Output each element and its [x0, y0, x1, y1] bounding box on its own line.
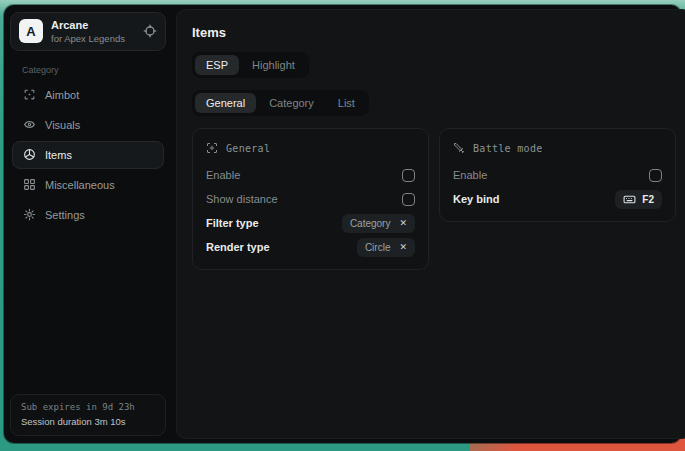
app-logo: A: [19, 19, 43, 43]
scan-crosshair-icon: [206, 142, 218, 154]
eye-icon: [23, 118, 36, 131]
sidebar: A Arcane for Apex Legends Category: [4, 5, 172, 443]
main-panel: Items ESP Highlight General Category Lis…: [176, 9, 685, 439]
sidebar-item-items[interactable]: Items: [12, 141, 164, 169]
clear-icon[interactable]: ✕: [399, 243, 407, 252]
panels-row: General Enable Show distance Filter type…: [192, 128, 676, 270]
general-panel: General Enable Show distance Filter type…: [192, 128, 429, 270]
grid-icon: [23, 178, 36, 191]
general-panel-header: General: [206, 140, 415, 156]
sword-icon: [453, 142, 465, 154]
setting-row-filter-type: Filter type Category ✕: [206, 212, 415, 234]
session-duration-text: Session duration 3m 10s: [21, 416, 155, 427]
setting-row-key-bind: Key bind F2: [453, 188, 662, 210]
subscription-card: Sub expires in 9d 23h Session duration 3…: [10, 394, 166, 436]
sidebar-item-settings[interactable]: Settings: [12, 201, 164, 229]
show-distance-checkbox[interactable]: [402, 193, 415, 206]
keybind-value: F2: [642, 194, 654, 205]
sphere-icon: [23, 148, 36, 161]
sidebar-item-label: Settings: [45, 209, 85, 221]
setting-row-render-type: Render type Circle ✕: [206, 236, 415, 258]
sidebar-spacer: [10, 231, 166, 394]
filter-type-select[interactable]: Category ✕: [342, 214, 415, 233]
select-value: Category: [350, 218, 391, 229]
panel-title: General: [226, 143, 270, 154]
tab-list[interactable]: List: [327, 93, 366, 113]
app-window: A Arcane for Apex Legends Category: [4, 5, 681, 443]
setting-label: Key bind: [453, 193, 499, 205]
setting-row-enable: Enable: [453, 164, 662, 186]
sidebar-item-miscellaneous[interactable]: Miscellaneous: [12, 171, 164, 199]
sidebar-item-label: Visuals: [45, 119, 80, 131]
crosshair-icon: [23, 88, 36, 101]
mode-tabs: ESP Highlight: [192, 52, 309, 78]
brand-card: A Arcane for Apex Legends: [10, 12, 166, 51]
battle-mode-panel-header: Battle mode: [453, 140, 662, 156]
category-section-label: Category: [22, 65, 166, 75]
tab-highlight[interactable]: Highlight: [241, 55, 306, 75]
battle-enable-checkbox[interactable]: [649, 169, 662, 182]
sidebar-item-visuals[interactable]: Visuals: [12, 111, 164, 139]
tab-esp[interactable]: ESP: [195, 55, 239, 75]
brand-text: Arcane for Apex Legends: [51, 19, 125, 44]
sidebar-item-aimbot[interactable]: Aimbot: [12, 81, 164, 109]
keybind-button[interactable]: F2: [615, 190, 662, 209]
render-type-select[interactable]: Circle ✕: [357, 238, 415, 257]
setting-label: Show distance: [206, 193, 278, 205]
keyboard-icon: [623, 193, 636, 206]
clear-icon[interactable]: ✕: [399, 219, 407, 228]
setting-label: Enable: [453, 169, 487, 181]
panel-title: Battle mode: [473, 143, 543, 154]
gear-icon: [23, 208, 36, 221]
select-value: Circle: [365, 242, 391, 253]
sidebar-nav: Aimbot Visuals Items: [10, 81, 166, 231]
sub-expires-text: Sub expires in 9d 23h: [21, 402, 155, 412]
setting-label: Filter type: [206, 217, 259, 229]
target-icon[interactable]: [143, 24, 157, 38]
page-title: Items: [192, 25, 676, 40]
sidebar-item-label: Aimbot: [45, 89, 79, 101]
view-tabs: General Category List: [192, 90, 369, 116]
tab-category[interactable]: Category: [258, 93, 325, 113]
sidebar-item-label: Miscellaneous: [45, 179, 115, 191]
battle-mode-panel: Battle mode Enable Key bind: [439, 128, 676, 222]
setting-row-show-distance: Show distance: [206, 188, 415, 210]
sidebar-item-label: Items: [45, 149, 72, 161]
app-name: Arcane: [51, 19, 125, 32]
setting-row-enable: Enable: [206, 164, 415, 186]
enable-checkbox[interactable]: [402, 169, 415, 182]
setting-label: Enable: [206, 169, 240, 181]
tab-general[interactable]: General: [195, 93, 256, 113]
app-subtitle: for Apex Legends: [51, 33, 125, 44]
setting-label: Render type: [206, 241, 270, 253]
